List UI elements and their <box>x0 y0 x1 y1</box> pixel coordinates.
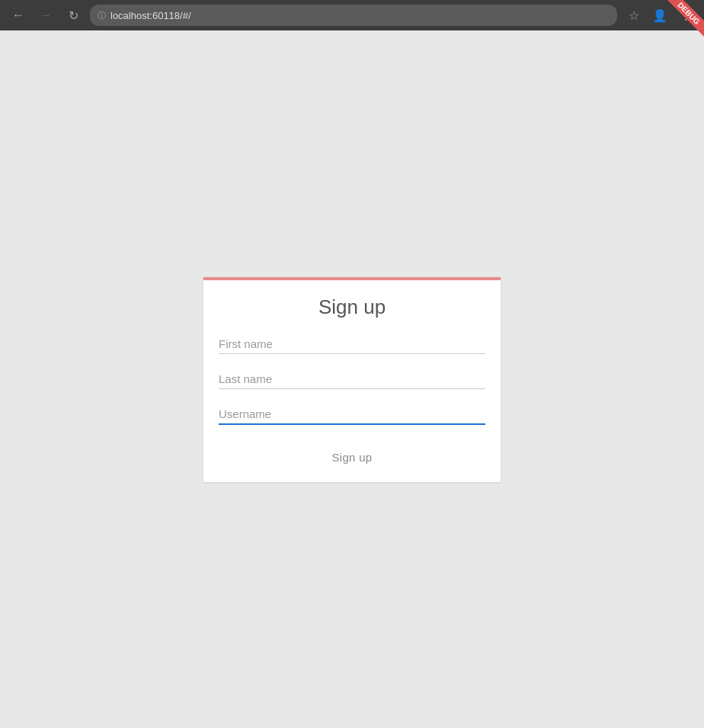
lock-icon: ⓘ <box>98 10 106 21</box>
profile-button[interactable]: 👤 <box>649 5 670 26</box>
page-title: Sign up <box>203 280 501 331</box>
browser-actions: ☆ 👤 ⋮ <box>623 5 696 26</box>
page-content: Sign up Sign up <box>0 30 704 728</box>
reload-button[interactable]: ↻ <box>62 5 84 26</box>
first-name-field <box>219 331 485 354</box>
last-name-field <box>219 366 485 389</box>
menu-button[interactable]: ⋮ <box>675 5 696 26</box>
last-name-input[interactable] <box>219 366 485 389</box>
forward-button[interactable]: → <box>35 5 56 26</box>
address-bar[interactable]: ⓘ localhost:60118/#/ <box>90 5 617 26</box>
signup-card: Sign up Sign up <box>203 277 501 482</box>
submit-container: Sign up <box>203 437 501 482</box>
url-text: localhost:60118/#/ <box>110 10 191 21</box>
browser-chrome: ← → ↻ ⓘ localhost:60118/#/ ☆ 👤 ⋮ <box>0 0 704 30</box>
form-fields <box>203 331 501 425</box>
username-field <box>219 401 485 425</box>
first-name-input[interactable] <box>219 331 485 354</box>
bookmark-button[interactable]: ☆ <box>623 5 645 26</box>
signup-button[interactable]: Sign up <box>317 445 388 470</box>
back-button[interactable]: ← <box>8 5 29 26</box>
username-input[interactable] <box>219 401 485 425</box>
